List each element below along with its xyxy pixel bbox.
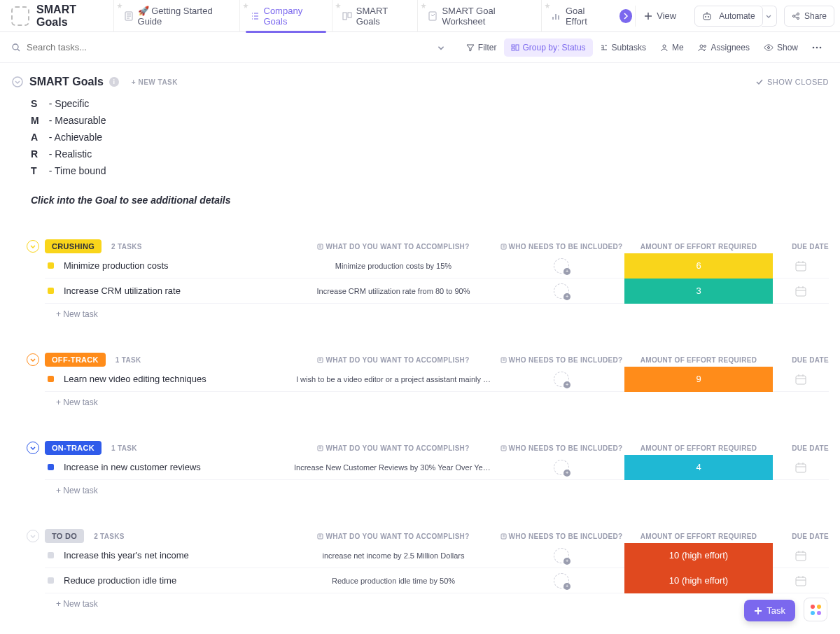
search-box[interactable] <box>11 42 459 52</box>
task-row[interactable]: Minimize production costsMinimize produc… <box>45 253 829 279</box>
calendar-icon[interactable] <box>794 260 807 272</box>
group-collapse-toggle[interactable] <box>27 530 39 542</box>
task-name[interactable]: Learn new video editing techniques <box>64 374 288 384</box>
effort-cell[interactable]: 10 (high effort) <box>624 568 773 593</box>
col-who: WHO NEEDS TO BE INCLUDED? <box>498 533 624 540</box>
status-label[interactable]: TO DO <box>45 529 84 543</box>
collapse-icon[interactable] <box>11 76 24 88</box>
more-button[interactable] <box>805 46 829 49</box>
svg-rect-12 <box>512 48 514 50</box>
show-closed-button[interactable]: SHOW CLOSED <box>755 78 829 86</box>
col-effort: AMOUNT OF EFFORT REQUIRED <box>624 356 773 364</box>
automate-dropdown[interactable] <box>762 6 777 27</box>
assignee-cell[interactable] <box>498 573 624 589</box>
due-date-cell[interactable] <box>773 461 829 474</box>
accomplish-cell[interactable]: Reduce production idle time by 50% <box>288 568 498 593</box>
add-view-button[interactable]: View <box>635 6 685 27</box>
due-date-cell[interactable] <box>773 373 829 386</box>
assignee-cell[interactable] <box>498 283 624 299</box>
task-name[interactable]: Minimize production costs <box>64 260 288 271</box>
add-assignee-icon[interactable] <box>554 548 569 563</box>
col-due: DUE DATE <box>773 356 829 364</box>
add-assignee-icon[interactable] <box>554 573 569 589</box>
subtasks-button[interactable]: Subtasks <box>593 43 653 52</box>
tab-goal-effort[interactable]: Goal Effort <box>541 0 614 32</box>
accomplish-cell[interactable]: I wish to be a video editor or a project… <box>288 367 498 392</box>
assignees-button[interactable]: Assignees <box>691 43 757 52</box>
tab-smart-goals[interactable]: SMART Goals <box>332 0 418 32</box>
tab-company-goals[interactable]: Company Goals <box>239 0 332 32</box>
assignee-cell[interactable] <box>498 372 624 387</box>
effort-cell[interactable]: 9 <box>624 367 773 392</box>
status-square[interactable] <box>48 376 54 382</box>
status-label[interactable]: ON-TRACK <box>45 441 102 455</box>
new-task-button[interactable]: + New task <box>45 392 829 407</box>
group-by-button[interactable]: Group by: Status <box>504 38 593 57</box>
status-label[interactable]: CRUSHING <box>45 239 102 253</box>
tab-smart-goal-worksheet[interactable]: SMART Goal Worksheet <box>417 0 541 32</box>
task-name[interactable]: Reduce production idle time <box>64 575 288 586</box>
automate-button[interactable]: Automate <box>694 6 762 27</box>
accomplish-cell[interactable]: Increase New Customer Reviews by 30% Yea… <box>288 455 498 480</box>
new-task-button[interactable]: + New task <box>45 304 829 319</box>
due-date-cell[interactable] <box>773 549 829 562</box>
task-name[interactable]: Increase this year's net income <box>64 550 288 561</box>
assignee-cell[interactable] <box>498 548 624 563</box>
filter-button[interactable]: Filter <box>459 43 504 52</box>
effort-cell[interactable]: 6 <box>624 253 773 279</box>
share-button[interactable]: Share <box>784 6 834 27</box>
tab-overflow-button[interactable] <box>620 9 633 23</box>
group-collapse-toggle[interactable] <box>27 240 39 253</box>
new-task-button[interactable]: + New task <box>45 480 829 495</box>
tab--getting-started-guide[interactable]: 🚀 Getting Started Guide <box>113 0 239 32</box>
new-task-header-button[interactable]: + NEW TASK <box>132 78 178 86</box>
info-icon[interactable]: i <box>109 77 119 87</box>
new-task-fab[interactable]: Task <box>744 600 795 621</box>
calendar-icon[interactable] <box>794 285 807 297</box>
status-square[interactable] <box>48 288 54 294</box>
col-accomplish: WHAT DO YOU WANT TO ACCOMPLISH? <box>288 444 498 452</box>
status-square[interactable] <box>48 464 54 470</box>
me-button[interactable]: Me <box>653 43 691 52</box>
accomplish-cell[interactable]: increase net income by 2.5 Million Dolla… <box>288 543 498 568</box>
calendar-icon[interactable] <box>794 461 807 474</box>
status-square[interactable] <box>48 262 54 269</box>
task-row[interactable]: Reduce production idle timeReduce produc… <box>45 568 829 593</box>
effort-cell[interactable]: 10 (high effort) <box>624 543 773 568</box>
due-date-cell[interactable] <box>773 285 829 297</box>
assignee-cell[interactable] <box>498 258 624 274</box>
status-square[interactable] <box>48 552 54 558</box>
group-collapse-toggle[interactable] <box>27 442 39 454</box>
task-row[interactable]: Increase this year's net incomeincrease … <box>45 543 829 568</box>
add-assignee-icon[interactable] <box>554 460 569 475</box>
due-date-cell[interactable] <box>773 575 829 587</box>
accomplish-cell[interactable]: Minimize production costs by 15% <box>288 253 498 279</box>
show-button[interactable]: Show <box>757 43 805 52</box>
calendar-icon[interactable] <box>794 549 807 562</box>
due-date-cell[interactable] <box>773 260 829 272</box>
svg-point-10 <box>13 44 18 50</box>
search-input[interactable] <box>27 42 153 52</box>
task-name[interactable]: Increase in new customer reviews <box>64 462 288 472</box>
effort-cell[interactable]: 4 <box>624 455 773 480</box>
effort-cell[interactable]: 3 <box>624 279 773 304</box>
status-square[interactable] <box>48 577 54 584</box>
pin-icon <box>421 3 426 8</box>
group-header: CRUSHING2 TASKS WHAT DO YOU WANT TO ACCO… <box>27 239 829 253</box>
accomplish-cell[interactable]: Increase CRM utilization rate from 80 to… <box>288 279 498 304</box>
task-row[interactable]: Increase in new customer reviewsIncrease… <box>45 455 829 480</box>
task-row[interactable]: Learn new video editing techniquesI wish… <box>45 367 829 392</box>
apps-fab[interactable] <box>804 598 827 621</box>
add-assignee-icon[interactable] <box>554 283 569 299</box>
new-task-button[interactable]: + New task <box>45 593 829 609</box>
calendar-icon[interactable] <box>794 575 807 587</box>
add-assignee-icon[interactable] <box>554 258 569 274</box>
search-dropdown[interactable] <box>437 43 445 52</box>
task-name[interactable]: Increase CRM utilization rate <box>64 286 288 296</box>
add-assignee-icon[interactable] <box>554 372 569 387</box>
group-collapse-toggle[interactable] <box>27 353 39 366</box>
calendar-icon[interactable] <box>794 373 807 386</box>
task-row[interactable]: Increase CRM utilization rateIncrease CR… <box>45 279 829 304</box>
status-label[interactable]: OFF-TRACK <box>45 353 106 367</box>
assignee-cell[interactable] <box>498 460 624 475</box>
